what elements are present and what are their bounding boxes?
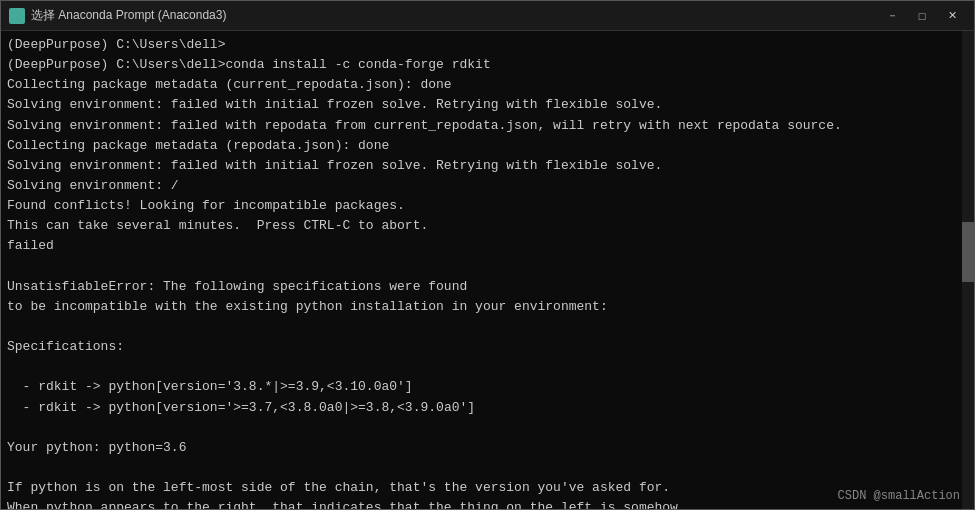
terminal-line: This can take several minutes. Press CTR…	[7, 216, 968, 236]
terminal-line	[7, 458, 968, 478]
terminal-line: Solving environment: /	[7, 176, 968, 196]
terminal-line: - rdkit -> python[version='3.8.*|>=3.9,<…	[7, 377, 968, 397]
terminal-line	[7, 317, 968, 337]
terminal-line: Solving environment: failed with initial…	[7, 156, 968, 176]
terminal-line: Solving environment: failed with initial…	[7, 95, 968, 115]
terminal-icon	[9, 8, 25, 24]
terminal-line: (DeepPurpose) C:\Users\dell>	[7, 35, 968, 55]
title-bar-left: 选择 Anaconda Prompt (Anaconda3)	[9, 7, 226, 24]
terminal-output: (DeepPurpose) C:\Users\dell>(DeepPurpose…	[7, 35, 968, 509]
minimize-button[interactable]: －	[878, 5, 906, 27]
terminal-line: Your python: python=3.6	[7, 438, 968, 458]
terminal-line: UnsatisfiableError: The following specif…	[7, 277, 968, 297]
terminal-line: (DeepPurpose) C:\Users\dell>conda instal…	[7, 55, 968, 75]
terminal-line: to be incompatible with the existing pyt…	[7, 297, 968, 317]
window: 选择 Anaconda Prompt (Anaconda3) － □ ✕ (De…	[0, 0, 975, 510]
watermark: CSDN @smallAction	[838, 489, 960, 503]
terminal-body[interactable]: (DeepPurpose) C:\Users\dell>(DeepPurpose…	[1, 31, 974, 509]
terminal-line: Collecting package metadata (current_rep…	[7, 75, 968, 95]
terminal-line	[7, 357, 968, 377]
window-title: 选择 Anaconda Prompt (Anaconda3)	[31, 7, 226, 24]
terminal-line: Found conflicts! Looking for incompatibl…	[7, 196, 968, 216]
terminal-line	[7, 418, 968, 438]
terminal-line	[7, 257, 968, 277]
scrollbar-track[interactable]	[962, 31, 974, 509]
terminal-line: If python is on the left-most side of th…	[7, 478, 968, 498]
title-bar-controls: － □ ✕	[878, 5, 966, 27]
terminal-line: - rdkit -> python[version='>=3.7,<3.8.0a…	[7, 398, 968, 418]
title-bar: 选择 Anaconda Prompt (Anaconda3) － □ ✕	[1, 1, 974, 31]
terminal-line: When python appears to the right, that i…	[7, 498, 968, 509]
terminal-line: Specifications:	[7, 337, 968, 357]
terminal-line: Collecting package metadata (repodata.js…	[7, 136, 968, 156]
scrollbar-thumb[interactable]	[962, 222, 974, 282]
terminal-line: failed	[7, 236, 968, 256]
close-button[interactable]: ✕	[938, 5, 966, 27]
maximize-button[interactable]: □	[908, 5, 936, 27]
terminal-line: Solving environment: failed with repodat…	[7, 116, 968, 136]
